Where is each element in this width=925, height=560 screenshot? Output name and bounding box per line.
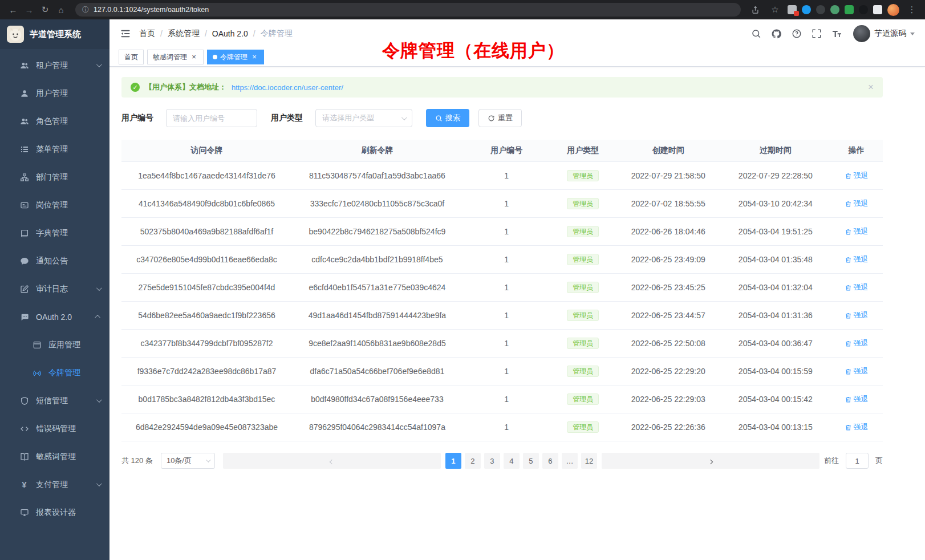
sidebar-item-audit-log[interactable]: 审计日志: [0, 275, 109, 303]
tab-oauth2-token[interactable]: 令牌管理 ×: [207, 50, 264, 64]
sidebar-item-post[interactable]: 岗位管理: [0, 191, 109, 219]
force-logout-button[interactable]: 强退: [845, 422, 869, 432]
table-row: f9336e7c7dd242a283ee98dc86b17a87 dfa6c71…: [121, 358, 883, 385]
force-logout-button[interactable]: 强退: [845, 338, 869, 348]
extension-icon[interactable]: [859, 5, 868, 14]
table-row: c347026e805e4d99b0d116eae66eda8c cdfc4ce…: [121, 246, 883, 274]
app-shell: 芋道管理系统 租户管理 用户管理 角色管理 菜单管理 部门管理: [0, 19, 925, 560]
reset-button-label: 重置: [498, 113, 513, 123]
app-logo[interactable]: 芋道管理系统: [0, 19, 109, 49]
comment-icon: [19, 312, 29, 322]
github-icon[interactable]: [771, 29, 782, 39]
sidebar-item-role[interactable]: 角色管理: [0, 107, 109, 135]
force-logout-button[interactable]: 强退: [845, 310, 869, 320]
sidebar-item-oauth2-token[interactable]: 令牌管理: [0, 359, 109, 387]
user-type-select[interactable]: 请选择用户类型: [315, 109, 412, 127]
list-icon: [19, 144, 29, 154]
logo-avatar: [7, 26, 24, 43]
expire-time-cell: 2054-03-04 00:13:15: [721, 413, 830, 441]
extension-icon[interactable]: [873, 5, 882, 14]
sidebar-item-sms[interactable]: 短信管理: [0, 387, 109, 415]
access-token-cell: 275e5de9151045fe87cbdc395e004f4d: [121, 274, 292, 301]
page-button-6[interactable]: 6: [542, 453, 558, 469]
search-icon[interactable]: [751, 29, 761, 39]
page-size-select[interactable]: 10条/页: [161, 453, 215, 469]
badge-icon: [19, 200, 29, 210]
prev-page-button[interactable]: [223, 453, 441, 469]
browser-menu-icon[interactable]: ⋮: [904, 2, 919, 17]
sidebar-item-notice[interactable]: 通知公告: [0, 247, 109, 275]
extension-icon[interactable]: [816, 5, 825, 14]
user-id-input[interactable]: [166, 109, 257, 127]
refresh-token-cell: be90422b8c7946218275a508bf524fc9: [292, 218, 462, 245]
force-logout-button[interactable]: 强退: [845, 394, 869, 404]
sidebar-item-menu[interactable]: 菜单管理: [0, 135, 109, 163]
pager-more-button[interactable]: …: [562, 453, 578, 469]
page-button-1[interactable]: 1: [445, 453, 461, 469]
main-area: 首页/系统管理/OAuth 2.0/令牌管理: [109, 19, 925, 560]
page-button-2[interactable]: 2: [465, 453, 481, 469]
reset-button[interactable]: 重置: [478, 109, 522, 127]
sidebar-item-error-code[interactable]: 错误码管理: [0, 415, 109, 443]
search-button[interactable]: 搜索: [426, 109, 469, 127]
browser-profile-avatar[interactable]: [887, 4, 899, 16]
tab-close-icon[interactable]: ×: [190, 53, 198, 61]
page-button-4[interactable]: 4: [504, 453, 520, 469]
table-row: b0d1785bc3a8482f812db4a3f3bd15ec b0df498…: [121, 385, 883, 413]
refresh-token-cell: 9ce8ef2aa9f14056b831ae9b608e28d5: [292, 330, 462, 357]
font-size-icon[interactable]: [831, 29, 842, 39]
home-button[interactable]: ⌂: [54, 2, 68, 17]
help-icon[interactable]: [792, 29, 802, 39]
sidebar-item-user[interactable]: 用户管理: [0, 79, 109, 107]
edit-icon: [19, 284, 29, 294]
sidebar-item-sensitive-word[interactable]: 敏感词管理: [0, 443, 109, 470]
alert-close-icon[interactable]: ×: [868, 82, 874, 93]
actions-cell: 强退: [830, 274, 883, 301]
breadcrumb-item[interactable]: OAuth 2.0: [212, 29, 248, 38]
sidebar-toggle-icon[interactable]: [120, 28, 131, 39]
tab-sensitive-word[interactable]: 敏感词管理 ×: [147, 50, 204, 64]
force-logout-button[interactable]: 强退: [845, 282, 869, 293]
breadcrumb-item[interactable]: 首页: [139, 29, 155, 39]
force-logout-button[interactable]: 强退: [845, 171, 869, 181]
back-button[interactable]: ←: [6, 2, 21, 17]
sidebar-item-report-designer[interactable]: 报表设计器: [0, 498, 109, 526]
doc-link[interactable]: https://doc.iocoder.cn/user-center/: [232, 83, 343, 92]
reload-button[interactable]: ↻: [38, 2, 52, 17]
sidebar-item-oauth2-app[interactable]: 应用管理: [0, 331, 109, 359]
sidebar-item-pay[interactable]: ¥ 支付管理: [0, 470, 109, 498]
share-icon[interactable]: [748, 2, 762, 17]
sidebar-item-dict[interactable]: 字典管理: [0, 219, 109, 247]
tab-home[interactable]: 首页: [119, 50, 144, 64]
user-menu[interactable]: 芋道源码: [853, 25, 915, 42]
page-button-12[interactable]: 12: [581, 453, 597, 469]
breadcrumb-item[interactable]: 系统管理: [168, 29, 200, 39]
table-row: 1ea5e44f8bc1467aaede43144f31de76 811c530…: [121, 162, 883, 190]
next-page-button[interactable]: [602, 453, 819, 469]
force-logout-button[interactable]: 强退: [845, 366, 869, 376]
user-type-tag: 管理员: [567, 338, 599, 349]
jump-page-input[interactable]: [846, 453, 869, 469]
forward-button[interactable]: →: [22, 2, 36, 17]
sidebar-item-dept[interactable]: 部门管理: [0, 163, 109, 191]
force-logout-button[interactable]: 强退: [845, 254, 869, 265]
actions-cell: 强退: [830, 162, 883, 189]
extensions-puzzle-icon[interactable]: [845, 5, 854, 14]
page-button-3[interactable]: 3: [484, 453, 500, 469]
force-logout-button[interactable]: 强退: [845, 226, 869, 237]
app-title: 芋道管理系统: [30, 29, 81, 40]
tab-close-icon[interactable]: ×: [250, 53, 258, 61]
expire-time-cell: 2054-03-10 20:42:34: [721, 190, 830, 217]
extension-icon[interactable]: [788, 5, 797, 14]
sidebar-item-oauth2[interactable]: OAuth 2.0: [0, 303, 109, 331]
address-bar[interactable]: ⓘ 127.0.0.1:1024/system/oauth2/token: [75, 3, 741, 17]
extension-icon[interactable]: [802, 5, 811, 14]
extension-icon[interactable]: [830, 5, 839, 14]
force-logout-button[interactable]: 强退: [845, 198, 869, 209]
page-button-5[interactable]: 5: [523, 453, 539, 469]
site-info-icon[interactable]: ⓘ: [82, 5, 89, 15]
sidebar-item-label: OAuth 2.0: [36, 313, 92, 322]
bookmark-star-icon[interactable]: ☆: [768, 2, 782, 17]
sidebar-item-tenant[interactable]: 租户管理: [0, 51, 109, 79]
fullscreen-icon[interactable]: [812, 29, 822, 39]
